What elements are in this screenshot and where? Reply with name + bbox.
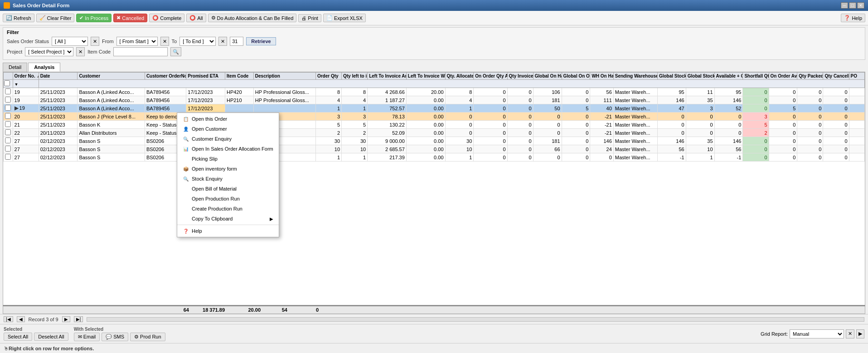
nav-prev-button[interactable]: ◀ — [17, 316, 25, 322]
col-qty-allocated[interactable]: Qty. Allocated — [445, 73, 474, 80]
from-select[interactable]: [ From Start ] — [116, 37, 158, 46]
ctx-open-inventory[interactable]: 📦 Open inventory form — [177, 164, 279, 174]
ctx-open-customer[interactable]: 👤 Open Customer — [177, 124, 279, 134]
print-button[interactable]: 🖨 Print — [298, 14, 321, 22]
col-on-order-available[interactable]: On Order Available — [769, 73, 797, 80]
row-check[interactable] — [4, 113, 13, 121]
project-select[interactable]: [ Select Project ] — [25, 47, 73, 56]
auto-alloc-button[interactable]: ⚙ Do Auto Allocation & Can Be Filled — [208, 14, 297, 22]
cell-global-stock-available: 95 — [657, 88, 686, 96]
row-check[interactable] — [4, 137, 13, 145]
col-order-no[interactable]: Order No. ▲ — [13, 73, 39, 80]
col-qty-invoiced[interactable]: Qty Invoiced — [507, 73, 533, 80]
table-row-selected[interactable]: ▶ 19 25/11/2023 Basson A (Linked Acco...… — [4, 104, 865, 113]
header-check[interactable] — [4, 80, 10, 86]
col-wh-on-hand[interactable]: WH On Hand — [590, 73, 613, 80]
grid-report-clear-button[interactable]: ✕ — [846, 329, 854, 338]
grid-report-go-button[interactable]: ▶ — [856, 329, 864, 338]
ctx-copy-clipboard[interactable]: Copy To Clipboard ▶ — [177, 214, 279, 224]
ctx-open-allocation[interactable]: 📊 Open In Sales Order Allocation Form — [177, 144, 279, 154]
calendar-input[interactable] — [230, 37, 243, 46]
tab-detail[interactable]: Detail — [3, 63, 27, 72]
col-customer-orderno[interactable]: Customer OrderNo — [145, 73, 186, 80]
table-row[interactable]: 20 25/11/2023 Basson J (Price Level 8...… — [4, 113, 865, 121]
from-clear-button[interactable]: ✕ — [160, 37, 169, 46]
sms-button[interactable]: 💬 SMS — [102, 333, 128, 341]
complete-button[interactable]: ⭕ Complete — [149, 14, 184, 22]
retrieve-button[interactable]: Retrieve — [246, 37, 276, 45]
row-check[interactable] — [4, 96, 13, 104]
sales-order-status-select[interactable]: [ All ] — [52, 37, 88, 46]
col-global-stock-reserved[interactable]: Global Stock Reserved — [686, 73, 714, 80]
row-check[interactable] — [4, 121, 13, 129]
col-date[interactable]: Date — [39, 73, 78, 80]
table-row[interactable]: 27 02/12/2023 Basson S BS0206 12/12/202 … — [4, 153, 865, 162]
item-code-search-button[interactable]: 🔍 — [170, 47, 181, 56]
ctx-open-bom[interactable]: Open Bill of Material — [177, 184, 279, 194]
col-global-on-order[interactable]: Global On Order — [562, 73, 590, 80]
col-left-invoice-weight[interactable]: Left To Invoice Weight Ext — [406, 73, 445, 80]
row-check[interactable] — [4, 88, 13, 96]
col-qty-left-invoice[interactable]: Qty left to invoice — [342, 73, 368, 80]
col-item-code[interactable]: Item Code — [225, 73, 253, 80]
col-description[interactable]: Description — [253, 73, 315, 80]
table-scroll-area[interactable]: Order No. ▲ Date Customer Customer Order… — [3, 72, 865, 162]
col-shortfall[interactable]: Shortfall Qty — [743, 73, 769, 80]
ctx-customer-enquiry[interactable]: 🔍 Customer Enquiry — [177, 134, 279, 144]
col-order-qty[interactable]: Order Qty — [315, 73, 341, 80]
table-row[interactable]: 27 02/12/2023 Basson S BS0206 12/12/202 … — [4, 137, 865, 145]
refresh-button[interactable]: 🔄 Refresh — [3, 14, 34, 22]
ctx-open-order[interactable]: 📋 Open this Order — [177, 114, 279, 124]
col-qty-cancelled[interactable]: Qty Cancelled — [823, 73, 849, 80]
col-left-invoice-amt[interactable]: Left To Invoice Amt Excl — [368, 73, 407, 80]
table-row[interactable]: 27 02/12/2023 Basson S BS0206 12/12/202 … — [4, 145, 865, 153]
col-available-on-order[interactable]: Available + On Order — [714, 73, 743, 80]
row-check[interactable] — [4, 145, 13, 153]
cancelled-button[interactable]: ✖ Cancelled — [113, 14, 147, 22]
col-promised-eta[interactable]: Promised ETA — [186, 73, 225, 80]
cell-qty-packed: 0 — [797, 137, 823, 145]
minimize-button[interactable]: ─ — [841, 2, 848, 9]
clear-filter-button[interactable]: 🧹 Clear Filter — [36, 14, 75, 22]
select-all-button[interactable]: Select All — [4, 333, 32, 341]
col-on-order-qty[interactable]: On Order Qty Allocated — [474, 73, 507, 80]
maximize-button[interactable]: □ — [849, 2, 856, 9]
ctx-help[interactable]: ❓ Help — [177, 226, 279, 236]
tab-analysis[interactable]: Analysis — [28, 63, 60, 72]
deselect-all-button[interactable]: Deselect All — [34, 333, 68, 341]
item-code-input[interactable] — [113, 47, 168, 56]
prod-run-button[interactable]: ⚙ Prod Run — [130, 333, 165, 341]
in-process-button[interactable]: ✔ In Process — [76, 14, 112, 22]
table-row[interactable]: 22 20/11/2023 Allan Distributors Keep - … — [4, 129, 865, 137]
nav-last-button[interactable]: ▶| — [74, 316, 83, 322]
nav-next-button[interactable]: ▶ — [62, 316, 70, 322]
table-row[interactable]: 21 25/11/2023 Basson K Keep - Status 21/… — [4, 121, 865, 129]
sales-status-clear-button[interactable]: ✕ — [91, 37, 99, 46]
to-select[interactable]: [ To End ] — [179, 37, 216, 46]
to-clear-button[interactable]: ✕ — [218, 37, 227, 46]
close-button[interactable]: ✕ — [857, 2, 864, 9]
ctx-open-production[interactable]: Open Production Run — [177, 194, 279, 204]
ctx-create-production[interactable]: Create Production Run — [177, 204, 279, 214]
table-row[interactable]: 19 25/11/2023 Basson A (Linked Acco... B… — [4, 88, 865, 96]
project-clear-button[interactable]: ✕ — [76, 47, 85, 56]
row-check[interactable] — [4, 129, 13, 137]
nav-first-button[interactable]: |◀ — [4, 316, 13, 322]
row-check[interactable] — [4, 104, 13, 113]
grid-report-select[interactable]: Manual — [790, 329, 844, 338]
horizontal-scrollbar[interactable] — [87, 317, 864, 322]
email-button[interactable]: ✉ Email — [74, 333, 100, 341]
col-qty-packed[interactable]: Qty Packed — [797, 73, 823, 80]
ctx-picking-slip[interactable]: Picking Slip — [177, 154, 279, 164]
row-check[interactable] — [4, 153, 13, 162]
col-global-on-hand[interactable]: Global On Hand — [533, 73, 562, 80]
col-po[interactable]: PO — [849, 73, 864, 80]
help-button[interactable]: ❓ Help — [841, 14, 865, 22]
col-global-stock-available[interactable]: Global Stock Available — [657, 73, 686, 80]
ctx-stock-enquiry[interactable]: 🔍 Stock Enquiry — [177, 174, 279, 184]
col-sending-warehouse[interactable]: Sending Warehouse — [613, 73, 657, 80]
all-button[interactable]: ⭕ All — [186, 14, 206, 22]
table-row[interactable]: 19 25/11/2023 Basson A (Linked Acco... B… — [4, 96, 865, 104]
export-button[interactable]: 📄 Export XLSX — [323, 14, 366, 22]
col-customer[interactable]: Customer — [78, 73, 145, 80]
